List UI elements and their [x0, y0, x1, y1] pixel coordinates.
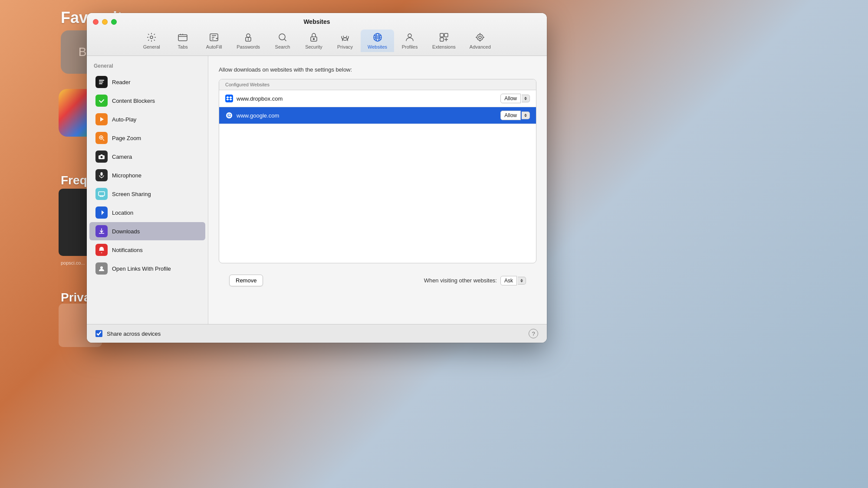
- help-button[interactable]: ?: [529, 329, 538, 338]
- toolbar-label-advanced: Advanced: [470, 44, 491, 49]
- toolbar-item-extensions[interactable]: Extensions: [425, 29, 463, 52]
- preferences-window: Websites General Tabs: [87, 13, 547, 343]
- title-bar: Websites General Tabs: [87, 13, 547, 56]
- close-button[interactable]: [93, 19, 99, 25]
- remove-button[interactable]: Remove: [229, 275, 263, 286]
- toolbar-label-search: Search: [275, 44, 290, 49]
- toolbar-item-general[interactable]: General: [136, 29, 167, 52]
- sidebar-item-camera[interactable]: Camera: [89, 147, 205, 166]
- sidebar-item-page-zoom[interactable]: Page Zoom: [89, 129, 205, 147]
- svg-rect-13: [444, 33, 448, 37]
- dropbox-setting-value[interactable]: Allow: [500, 94, 521, 103]
- sidebar-label-screen-sharing: Screen Sharing: [112, 191, 151, 197]
- sidebar-label-downloads: Downloads: [112, 228, 140, 235]
- content-area: General Reader Content Blockers: [87, 56, 547, 324]
- window-footer: Share across devices ?: [87, 324, 547, 343]
- toolbar-item-privacy[interactable]: Privacy: [329, 29, 361, 52]
- share-across-devices-label: Share across devices: [107, 331, 161, 337]
- auto-play-icon: [95, 113, 108, 125]
- notifications-icon: [95, 244, 108, 256]
- svg-point-1: [150, 36, 153, 39]
- toolbar-item-websites[interactable]: Websites: [361, 29, 394, 52]
- window-title: Websites: [303, 18, 330, 25]
- dropbox-dropdown-arrow[interactable]: [522, 95, 530, 102]
- sidebar-item-notifications[interactable]: Notifications: [89, 241, 205, 259]
- google-setting-dropdown[interactable]: Allow: [500, 111, 530, 120]
- sidebar-label-microphone: Microphone: [112, 172, 141, 179]
- dropbox-setting-dropdown[interactable]: Allow: [500, 94, 530, 103]
- toolbar-item-search[interactable]: Search: [267, 29, 298, 52]
- sidebar-label-content-blockers: Content Blockers: [112, 98, 155, 104]
- configured-websites-table: Configured Websites www.dropbox.com Allo…: [219, 79, 536, 263]
- toolbar-label-security: Security: [305, 44, 322, 49]
- table-row-google[interactable]: G www.google.com Allow: [219, 107, 536, 124]
- sidebar-section-general: General: [87, 61, 208, 72]
- toolbar-label-autofill: AutoFill: [206, 44, 222, 49]
- page-zoom-icon: [95, 132, 108, 144]
- svg-marker-26: [99, 210, 104, 215]
- other-websites-label: When visiting other websites:: [424, 277, 497, 284]
- svg-marker-20: [100, 117, 104, 121]
- svg-point-15: [479, 36, 481, 39]
- microphone-icon: [95, 169, 108, 181]
- table-row-dropbox[interactable]: www.dropbox.com Allow: [219, 90, 536, 107]
- other-websites-arrow[interactable]: [518, 277, 526, 285]
- sidebar-item-microphone[interactable]: Microphone: [89, 166, 205, 184]
- toolbar-item-tabs[interactable]: Tabs: [167, 29, 198, 52]
- sidebar-label-open-links: Open Links With Profile: [112, 265, 171, 272]
- bottom-bar: Remove When visiting other websites: Ask: [219, 270, 536, 291]
- sidebar-item-downloads[interactable]: Downloads: [89, 222, 205, 240]
- sidebar-label-camera: Camera: [112, 154, 132, 160]
- camera-icon: [95, 151, 108, 163]
- svg-rect-19: [99, 83, 102, 84]
- sidebar: General Reader Content Blockers: [87, 56, 208, 324]
- svg-point-23: [101, 156, 103, 158]
- share-across-devices-checkbox[interactable]: [95, 330, 102, 337]
- content-blockers-icon: [95, 95, 108, 107]
- svg-point-4: [247, 34, 250, 37]
- toolbar-item-advanced[interactable]: Advanced: [463, 29, 498, 52]
- sidebar-item-reader[interactable]: Reader: [89, 73, 205, 91]
- table-header: Configured Websites: [219, 79, 536, 90]
- toolbar-label-general: General: [143, 44, 160, 49]
- other-websites-dropdown[interactable]: Ask: [500, 276, 526, 285]
- sidebar-item-screen-sharing[interactable]: Screen Sharing: [89, 185, 205, 203]
- open-links-icon: [95, 262, 108, 275]
- svg-rect-24: [101, 172, 103, 176]
- svg-rect-18: [99, 82, 103, 82]
- sidebar-item-location[interactable]: Location: [89, 203, 205, 222]
- toolbar-item-security[interactable]: Security: [298, 29, 329, 52]
- toolbar-label-websites: Websites: [368, 44, 387, 49]
- toolbar-label-profiles: Profiles: [402, 44, 418, 49]
- window-controls: [93, 19, 117, 25]
- google-url: www.google.com: [237, 112, 497, 119]
- svg-point-8: [313, 39, 315, 40]
- maximize-button[interactable]: [111, 19, 117, 25]
- sidebar-label-notifications: Notifications: [112, 247, 143, 253]
- sidebar-item-auto-play[interactable]: Auto-Play: [89, 110, 205, 128]
- empty-table-area: [219, 124, 536, 263]
- downloads-icon: [95, 225, 108, 237]
- toolbar-item-passwords[interactable]: Passwords: [230, 29, 267, 52]
- svg-point-27: [100, 266, 103, 269]
- main-description: Allow downloads on websites with the set…: [219, 66, 536, 73]
- svg-point-6: [279, 34, 285, 40]
- toolbar-item-profiles[interactable]: Profiles: [394, 29, 425, 52]
- svg-point-11: [408, 34, 411, 37]
- toolbar-label-passwords: Passwords: [237, 44, 260, 49]
- minimize-button[interactable]: [102, 19, 108, 25]
- dropbox-url: www.dropbox.com: [237, 95, 497, 102]
- svg-rect-14: [440, 38, 444, 41]
- sidebar-item-content-blockers[interactable]: Content Blockers: [89, 92, 205, 110]
- privacy-label: Priva: [61, 291, 91, 305]
- main-content: Allow downloads on websites with the set…: [208, 56, 547, 324]
- google-dropdown-arrow[interactable]: [522, 111, 530, 119]
- google-setting-value[interactable]: Allow: [500, 111, 521, 120]
- toolbar-item-autofill[interactable]: AutoFill: [198, 29, 230, 52]
- google-favicon: G: [225, 111, 233, 119]
- other-websites-value[interactable]: Ask: [500, 276, 517, 285]
- sidebar-item-open-links[interactable]: Open Links With Profile: [89, 259, 205, 278]
- toolbar-label-extensions: Extensions: [432, 44, 456, 49]
- svg-point-16: [477, 34, 483, 40]
- toolbar-label-privacy: Privacy: [337, 44, 353, 49]
